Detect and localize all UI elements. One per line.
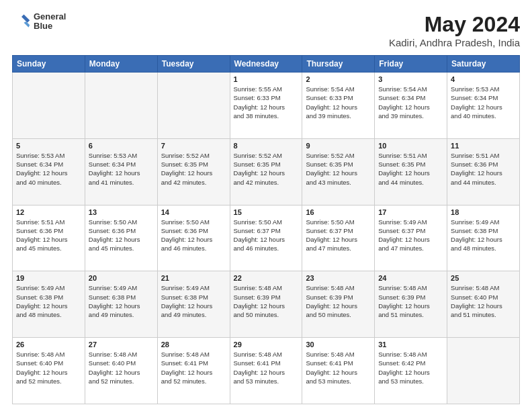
calendar-week-row: 19Sunrise: 5:49 AM Sunset: 6:38 PM Dayli… [13,271,520,338]
calendar-cell: 12Sunrise: 5:51 AM Sunset: 6:36 PM Dayli… [13,205,85,271]
weekday-header: Monday [85,56,157,73]
weekday-header: Saturday [447,56,520,73]
cell-date-number: 24 [378,274,443,282]
cell-date-number: 8 [234,142,299,150]
calendar-cell: 20Sunrise: 5:49 AM Sunset: 6:38 PM Dayli… [85,271,157,338]
cell-info: Sunrise: 5:48 AM Sunset: 6:40 PM Dayligh… [89,350,154,385]
calendar-cell: 17Sunrise: 5:49 AM Sunset: 6:37 PM Dayli… [375,205,447,271]
calendar-cell: 9Sunrise: 5:52 AM Sunset: 6:35 PM Daylig… [302,138,375,205]
calendar-cell [13,73,85,139]
cell-date-number: 19 [16,274,81,282]
cell-info: Sunrise: 5:48 AM Sunset: 6:39 PM Dayligh… [306,283,371,319]
calendar-cell: 18Sunrise: 5:49 AM Sunset: 6:38 PM Dayli… [447,205,520,271]
calendar-cell: 7Sunrise: 5:52 AM Sunset: 6:35 PM Daylig… [157,138,230,205]
cell-info: Sunrise: 5:52 AM Sunset: 6:35 PM Dayligh… [161,151,226,187]
cell-date-number: 25 [451,274,516,282]
cell-date-number: 31 [378,340,443,349]
calendar-cell: 16Sunrise: 5:50 AM Sunset: 6:37 PM Dayli… [302,205,375,271]
cell-info: Sunrise: 5:49 AM Sunset: 6:38 PM Dayligh… [161,283,226,319]
weekday-header: Wednesday [230,56,302,73]
calendar-title: May 2024 [389,12,520,37]
calendar-week-row: 26Sunrise: 5:48 AM Sunset: 6:40 PM Dayli… [13,338,520,404]
cell-date-number: 21 [161,274,226,282]
cell-info: Sunrise: 5:48 AM Sunset: 6:41 PM Dayligh… [306,350,371,385]
cell-date-number: 11 [451,142,516,150]
cell-date-number: 5 [16,142,81,150]
weekday-header: Friday [375,56,447,73]
svg-marker-1 [24,21,30,28]
cell-date-number: 18 [451,208,516,216]
cell-date-number: 12 [16,208,81,216]
calendar-cell: 8Sunrise: 5:52 AM Sunset: 6:35 PM Daylig… [230,138,302,205]
cell-date-number: 13 [89,208,154,216]
cell-date-number: 7 [161,142,226,150]
calendar-cell: 29Sunrise: 5:48 AM Sunset: 6:41 PM Dayli… [230,338,302,404]
cell-date-number: 26 [16,340,81,349]
logo: General Blue [12,12,66,32]
cell-date-number: 28 [161,340,226,349]
cell-date-number: 23 [306,274,371,282]
cell-info: Sunrise: 5:50 AM Sunset: 6:36 PM Dayligh… [161,218,226,253]
cell-date-number: 30 [306,340,371,349]
cell-date-number: 2 [306,75,371,83]
cell-date-number: 27 [89,340,154,349]
cell-date-number: 22 [234,274,299,282]
calendar-header-row: SundayMondayTuesdayWednesdayThursdayFrid… [13,56,520,73]
cell-info: Sunrise: 5:53 AM Sunset: 6:34 PM Dayligh… [451,85,516,120]
cell-info: Sunrise: 5:49 AM Sunset: 6:38 PM Dayligh… [451,218,516,253]
cell-info: Sunrise: 5:54 AM Sunset: 6:34 PM Dayligh… [378,85,443,120]
cell-info: Sunrise: 5:49 AM Sunset: 6:37 PM Dayligh… [378,218,443,253]
cell-date-number: 29 [234,340,299,349]
calendar-cell: 13Sunrise: 5:50 AM Sunset: 6:36 PM Dayli… [85,205,157,271]
calendar-cell: 5Sunrise: 5:53 AM Sunset: 6:34 PM Daylig… [13,138,85,205]
calendar-cell [85,73,157,139]
logo-line2: Blue [34,21,66,31]
calendar-cell: 28Sunrise: 5:48 AM Sunset: 6:41 PM Dayli… [157,338,230,404]
calendar-table: SundayMondayTuesdayWednesdayThursdayFrid… [12,55,520,404]
cell-date-number: 16 [306,208,371,216]
calendar-cell: 26Sunrise: 5:48 AM Sunset: 6:40 PM Dayli… [13,338,85,404]
calendar-cell: 6Sunrise: 5:53 AM Sunset: 6:34 PM Daylig… [85,138,157,205]
cell-date-number: 10 [378,142,443,150]
cell-info: Sunrise: 5:51 AM Sunset: 6:36 PM Dayligh… [451,151,516,187]
calendar-cell: 10Sunrise: 5:51 AM Sunset: 6:35 PM Dayli… [375,138,447,205]
cell-info: Sunrise: 5:49 AM Sunset: 6:38 PM Dayligh… [16,283,81,319]
cell-date-number: 17 [378,208,443,216]
calendar-cell: 24Sunrise: 5:48 AM Sunset: 6:39 PM Dayli… [375,271,447,338]
calendar-cell: 31Sunrise: 5:48 AM Sunset: 6:42 PM Dayli… [375,338,447,404]
cell-info: Sunrise: 5:48 AM Sunset: 6:39 PM Dayligh… [378,283,443,319]
cell-info: Sunrise: 5:52 AM Sunset: 6:35 PM Dayligh… [306,151,371,187]
cell-info: Sunrise: 5:48 AM Sunset: 6:40 PM Dayligh… [16,350,81,385]
cell-info: Sunrise: 5:48 AM Sunset: 6:41 PM Dayligh… [161,350,226,385]
calendar-cell: 15Sunrise: 5:50 AM Sunset: 6:37 PM Dayli… [230,205,302,271]
cell-info: Sunrise: 5:50 AM Sunset: 6:37 PM Dayligh… [234,218,299,253]
calendar-cell [157,73,230,139]
cell-date-number: 9 [306,142,371,150]
cell-info: Sunrise: 5:48 AM Sunset: 6:40 PM Dayligh… [451,283,516,319]
calendar-cell: 3Sunrise: 5:54 AM Sunset: 6:34 PM Daylig… [375,73,447,139]
cell-info: Sunrise: 5:50 AM Sunset: 6:37 PM Dayligh… [306,218,371,253]
cell-date-number: 14 [161,208,226,216]
cell-info: Sunrise: 5:48 AM Sunset: 6:39 PM Dayligh… [234,283,299,319]
calendar-cell: 22Sunrise: 5:48 AM Sunset: 6:39 PM Dayli… [230,271,302,338]
calendar-cell: 1Sunrise: 5:55 AM Sunset: 6:33 PM Daylig… [230,73,302,139]
weekday-header: Tuesday [157,56,230,73]
calendar-cell: 21Sunrise: 5:49 AM Sunset: 6:38 PM Dayli… [157,271,230,338]
logo-icon [12,12,31,31]
title-block: May 2024 Kadiri, Andhra Pradesh, India [389,12,520,48]
calendar-cell: 25Sunrise: 5:48 AM Sunset: 6:40 PM Dayli… [447,271,520,338]
cell-date-number: 6 [89,142,154,150]
calendar-cell: 11Sunrise: 5:51 AM Sunset: 6:36 PM Dayli… [447,138,520,205]
cell-date-number: 3 [378,75,443,83]
cell-info: Sunrise: 5:52 AM Sunset: 6:35 PM Dayligh… [234,151,299,187]
cell-info: Sunrise: 5:55 AM Sunset: 6:33 PM Dayligh… [234,85,299,120]
cell-date-number: 15 [234,208,299,216]
calendar-cell: 27Sunrise: 5:48 AM Sunset: 6:40 PM Dayli… [85,338,157,404]
calendar-week-row: 1Sunrise: 5:55 AM Sunset: 6:33 PM Daylig… [13,73,520,139]
cell-info: Sunrise: 5:48 AM Sunset: 6:42 PM Dayligh… [378,350,443,385]
calendar-cell [447,338,520,404]
cell-info: Sunrise: 5:48 AM Sunset: 6:41 PM Dayligh… [234,350,299,385]
page: General Blue May 2024 Kadiri, Andhra Pra… [0,0,532,411]
weekday-header: Sunday [13,56,85,73]
weekday-header: Thursday [302,56,375,73]
